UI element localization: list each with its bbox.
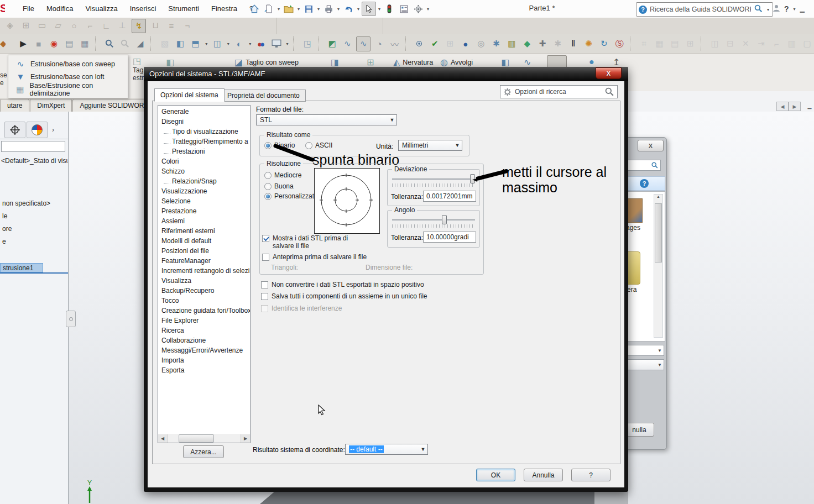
dialog-help-button[interactable]: ? <box>571 469 610 481</box>
select-cursor-icon[interactable] <box>362 2 376 16</box>
assembly-tool-icon[interactable]: ⊟ <box>724 37 737 51</box>
radio-buona[interactable]: Buona <box>264 182 294 190</box>
checkbox-mostra-dati-stl[interactable]: Mostra i dati STL prima di salvare il fi… <box>262 234 371 250</box>
help-menu[interactable]: ? <box>784 4 789 13</box>
options-tree-item[interactable]: Visualizza <box>158 276 250 286</box>
user-icon[interactable] <box>772 4 781 14</box>
sketch-tool-icon[interactable]: ▱ <box>51 19 65 32</box>
fillet-icon[interactable]: ◨ <box>331 57 339 67</box>
sketch-tool-icon[interactable]: ⌐ <box>84 19 97 32</box>
angolo-slider-handle[interactable] <box>442 215 447 224</box>
options-tree-item[interactable]: Prestazione <box>158 206 250 216</box>
scene-caret[interactable]: ▾ <box>285 41 290 46</box>
section-view-icon[interactable]: ◧ <box>174 37 187 51</box>
ok-button[interactable]: OK <box>476 469 515 481</box>
bolt-tool-icon[interactable]: ✚ <box>536 37 549 51</box>
feature-tree-item[interactable]: le <box>0 210 67 223</box>
macro-run-icon[interactable]: ▶ <box>17 37 30 51</box>
rotate-arrows-icon[interactable]: ↻ <box>597 37 610 51</box>
pattern-icon[interactable]: ⊞ <box>367 57 374 67</box>
save-icon[interactable] <box>302 2 315 15</box>
tab-proprieta-documento[interactable]: Proprietà del documento <box>221 90 306 102</box>
appearance-sphere-tab-icon[interactable] <box>27 122 48 138</box>
sketch-tool-icon[interactable]: ○ <box>67 19 81 32</box>
macro-record-icon[interactable]: ◉ <box>48 37 61 51</box>
options-tree-item[interactable]: Selezione <box>158 196 250 206</box>
sketch-tool-icon[interactable]: ∟ <box>100 19 113 32</box>
gears-gray-icon[interactable]: ✱ <box>551 37 565 51</box>
freeform-icon[interactable]: ◳ <box>301 37 314 51</box>
help-search-box[interactable]: ? Ricerca della Guida SOLIDWORKS ▾ <box>636 2 773 17</box>
background-annulla-button[interactable]: nulla <box>624 423 654 437</box>
options-tree-item[interactable]: Modelli di default <box>158 236 250 246</box>
home-icon[interactable] <box>248 2 261 15</box>
rainbow-cube-icon[interactable]: ◆ <box>520 37 534 51</box>
options-tree-item[interactable]: Riferimenti esterni <box>158 226 250 236</box>
sketch-tool-icon[interactable]: ≡ <box>165 19 178 32</box>
zoom-tool-icon[interactable] <box>103 37 116 51</box>
options-tree-item[interactable]: Messaggi/Errori/Avvertenze <box>158 345 250 355</box>
feature-tree-item[interactable]: non specificato> <box>0 197 67 210</box>
macro-edit-icon[interactable]: ▤ <box>62 37 76 51</box>
feature-edit-tab[interactable]: strusione1 <box>0 263 43 272</box>
prev-arrow-button[interactable]: ◀ <box>776 102 789 111</box>
command-manager-tab[interactable]: DimXpert <box>30 99 72 112</box>
assembly-tool-icon[interactable]: ⌐ <box>770 37 783 51</box>
arrow-up-icon[interactable]: ↥ <box>613 57 620 67</box>
flyout-item-boundary[interactable]: ▦ Base/Estrusione con delimitazione <box>8 83 128 96</box>
display-style-icon[interactable]: ◫ <box>211 37 224 51</box>
zoom-area-icon[interactable] <box>118 37 132 51</box>
feature-tree-item[interactable]: ore <box>0 223 67 235</box>
radio-personalizzato[interactable]: Personalizzato <box>264 192 318 200</box>
doc-gear-icon[interactable]: ▥ <box>505 37 518 51</box>
options-tree-item[interactable]: Tratteggio/Riempimento a <box>158 136 250 146</box>
angolo-slider-track[interactable] <box>392 219 475 221</box>
options-tree-item[interactable]: Relazioni/Snap <box>158 176 250 186</box>
options-tree-item[interactable]: Posizioni dei file <box>158 246 250 256</box>
options-tree-item[interactable]: Disegni <box>158 117 250 127</box>
sw-badge-icon[interactable]: Ⓢ <box>613 37 626 51</box>
options-tree-item[interactable]: Colori <box>158 156 250 166</box>
options-tree-item[interactable]: File Explorer <box>158 316 250 326</box>
dialog-close-button[interactable]: X <box>596 67 622 79</box>
deviazione-slider-handle[interactable] <box>470 174 475 183</box>
scroll-thumb[interactable] <box>179 434 214 443</box>
help-menu-caret[interactable]: ▾ <box>792 7 797 12</box>
properties-list-icon[interactable] <box>397 2 410 15</box>
sweep-cut-button[interactable]: ◪ Taglio con sweep <box>234 57 299 67</box>
minimize-button[interactable]: ▁ <box>800 6 805 13</box>
disabled-tool-icon[interactable]: ▧ <box>158 37 171 51</box>
menu-item[interactable]: Inserisci <box>124 0 163 18</box>
checkbox-non-convertire[interactable]: Non convertire i dati STL esportati in s… <box>261 281 449 288</box>
undo-icon[interactable] <box>342 2 355 15</box>
menu-item[interactable]: File <box>17 0 40 18</box>
background-filename-combo[interactable]: ▼ <box>623 345 664 356</box>
options-tree-item[interactable]: Creazione guidata fori/Toolbox <box>158 306 250 316</box>
macro-new-icon[interactable]: ▦ <box>78 37 91 51</box>
options-tree-item[interactable]: Collaborazione <box>158 335 250 345</box>
curve-tool-icon[interactable]: ∿ <box>341 37 354 51</box>
sketch-tool-icon[interactable]: ⊥ <box>116 19 129 32</box>
tree-horizontal-scrollbar[interactable]: ◀ ▶ <box>158 434 251 443</box>
assembly-tool-icon[interactable]: ◫ <box>708 37 722 51</box>
file-format-combo[interactable]: STL▼ <box>256 114 397 125</box>
checkbox-identifica-interferenze[interactable]: Identifica le interferenze <box>261 305 449 312</box>
background-window-close-button[interactable]: X <box>638 140 664 151</box>
options-tree-item[interactable]: Schizzo <box>158 166 250 176</box>
background-filetype-combo[interactable]: ▼ <box>623 359 664 370</box>
checkbox-anteprima[interactable]: Anteprima prima di salvare il file <box>262 253 395 261</box>
scroll-up-arrow[interactable]: ▲ <box>654 195 662 198</box>
new-document-caret[interactable]: ▾ <box>276 7 281 12</box>
sketch-tool-icon[interactable]: ◈ <box>3 19 17 32</box>
options-tree-item[interactable]: Ricerca <box>158 326 250 335</box>
spline-tool-icon[interactable]: ∿ <box>356 36 371 51</box>
surface-tool-icon[interactable]: ◩ <box>326 37 339 51</box>
menu-item[interactable]: Modifica <box>40 0 79 18</box>
assembly-tool-icon[interactable]: ▤ <box>668 37 681 51</box>
help-search-magnifier-icon[interactable] <box>754 4 763 15</box>
scroll-right-arrow[interactable]: ▶ <box>241 434 250 443</box>
feature-filter-input[interactable] <box>1 141 65 152</box>
panel-expand-chevron[interactable]: › <box>52 126 54 134</box>
radio-ascii[interactable]: ASCII <box>305 141 332 149</box>
sketch-tool-icon[interactable]: ▭ <box>35 19 49 32</box>
